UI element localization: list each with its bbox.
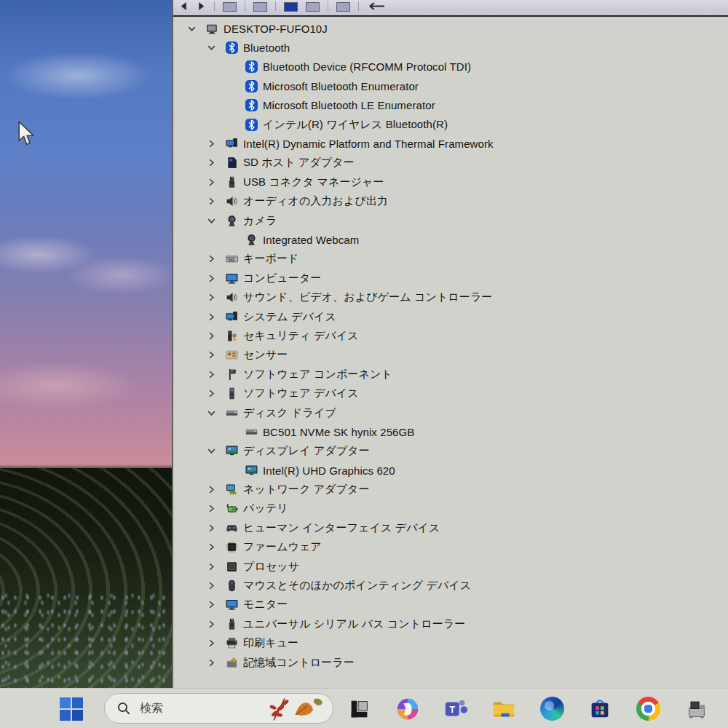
tree-item-label[interactable]: ヒューマン インターフェイス デバイス (243, 521, 440, 535)
tree-item[interactable]: センサー (173, 346, 728, 365)
chevron-collapsed-icon[interactable] (206, 176, 226, 188)
tree-item-label[interactable]: ディスプレイ アダプター (243, 444, 370, 458)
chevron-collapsed-icon[interactable] (206, 157, 226, 169)
tree-item-label[interactable]: ネットワーク アダプター (243, 483, 370, 496)
tree-item-label[interactable]: サウンド、ビデオ、およびゲーム コントローラー (243, 290, 492, 304)
tree-item[interactable]: ファームウェア (173, 538, 728, 557)
tree-item-label[interactable]: セキュリティ デバイス (243, 329, 359, 343)
tree-item-label[interactable]: DESKTOP-FUFO10J (223, 23, 328, 35)
tree-item[interactable]: 印刷キュー (173, 634, 728, 653)
tree-item[interactable]: ソフトウェア デバイス (173, 384, 728, 403)
start-button[interactable] (58, 696, 84, 722)
tree-item[interactable]: 記憶域コントローラー (173, 653, 728, 672)
tree-item[interactable]: Microsoft Bluetooth Enumerator (173, 76, 728, 95)
chrome-icon[interactable] (635, 696, 661, 722)
chevron-collapsed-icon[interactable] (206, 292, 226, 304)
tree-item-label[interactable]: 印刷キュー (243, 636, 298, 650)
chevron-collapsed-icon[interactable] (206, 638, 226, 649)
chevron-collapsed-icon[interactable] (206, 330, 226, 341)
chevron-collapsed-icon[interactable] (206, 599, 226, 611)
tree-item-label[interactable]: Bluetooth (243, 41, 290, 54)
tree-item[interactable]: Microsoft Bluetooth LE Enumerator (173, 96, 728, 115)
tree-item[interactable]: カメラ (173, 211, 728, 230)
tree-item[interactable]: システム デバイス (173, 307, 728, 326)
chevron-collapsed-icon[interactable] (206, 349, 226, 361)
export-list-icon[interactable] (253, 1, 267, 11)
chevron-collapsed-icon[interactable] (206, 272, 226, 284)
tree-item-label[interactable]: バッテリ (243, 502, 288, 515)
properties-icon[interactable] (284, 1, 298, 11)
back-icon[interactable] (179, 1, 189, 11)
search-box[interactable]: 検索 (104, 693, 333, 724)
tree-item[interactable]: モニター (173, 596, 728, 614)
tree-item[interactable]: BC501 NVMe SK hynix 256GB (173, 422, 728, 441)
chevron-collapsed-icon[interactable] (206, 196, 226, 207)
tree-item-label[interactable]: Integrated Webcam (263, 234, 359, 246)
file-explorer-icon[interactable] (491, 696, 517, 722)
tree-item-label[interactable]: SD ホスト アダプター (243, 156, 355, 170)
tree-item-label[interactable]: ソフトウェア デバイス (243, 387, 359, 400)
teams-icon[interactable]: T (443, 696, 469, 722)
tree-item[interactable]: Intel(R) UHD Graphics 620 (173, 461, 728, 480)
tree-item[interactable]: ヒューマン インターフェイス デバイス (173, 518, 728, 537)
tree-item[interactable]: マウスとそのほかのポインティング デバイス (173, 576, 728, 595)
pointer-tool-icon[interactable] (367, 1, 386, 11)
tree-item[interactable]: USB コネクタ マネージャー (173, 173, 728, 191)
tree-item[interactable]: ネットワーク アダプター (173, 480, 728, 499)
tree-item[interactable]: インテル(R) ワイヤレス Bluetooth(R) (173, 115, 728, 134)
chevron-collapsed-icon[interactable] (206, 484, 226, 496)
tree-item[interactable]: Integrated Webcam (173, 230, 728, 249)
tree-item-label[interactable]: BC501 NVMe SK hynix 256GB (263, 426, 414, 438)
show-console-tree-icon[interactable] (223, 1, 237, 11)
tree-item-label[interactable]: カメラ (243, 214, 277, 228)
chevron-collapsed-icon[interactable] (206, 618, 226, 630)
tree-item-label[interactable]: プロセッサ (243, 560, 299, 574)
tree-item-label[interactable]: システム デバイス (243, 310, 336, 324)
tree-item[interactable]: バッテリ (173, 499, 728, 518)
tree-item-label[interactable]: マウスとそのほかのポインティング デバイス (243, 579, 471, 593)
tree-item-label[interactable]: コンピューター (243, 272, 321, 285)
microsoft-store-icon[interactable] (587, 696, 613, 722)
chevron-collapsed-icon[interactable] (206, 522, 226, 534)
tree-item[interactable]: ソフトウェア コンポーネント (173, 365, 728, 384)
chevron-expanded-icon[interactable] (206, 407, 226, 419)
tree-item-label[interactable]: Bluetooth Device (RFCOMM Protocol TDI) (263, 60, 471, 73)
tree-item-label[interactable]: Microsoft Bluetooth Enumerator (263, 80, 419, 92)
tree-item[interactable]: キーボード (173, 250, 728, 269)
forward-icon[interactable] (197, 1, 206, 11)
tree-item[interactable]: SD ホスト アダプター (173, 154, 728, 173)
tree-item-label[interactable]: Intel(R) UHD Graphics 620 (263, 464, 395, 477)
chevron-collapsed-icon[interactable] (206, 580, 226, 592)
tree-item[interactable]: サウンド、ビデオ、およびゲーム コントローラー (173, 288, 728, 306)
help-icon[interactable] (306, 1, 320, 11)
chevron-collapsed-icon[interactable] (206, 138, 226, 150)
tree-item-label[interactable]: Intel(R) Dynamic Platform and Thermal Fr… (243, 138, 494, 150)
edge-icon[interactable] (539, 696, 565, 722)
tree-item[interactable]: Bluetooth (173, 38, 728, 57)
tree-item[interactable]: オーディオの入力および出力 (173, 192, 728, 211)
tree-item-label[interactable]: Microsoft Bluetooth LE Enumerator (263, 99, 435, 111)
chevron-collapsed-icon[interactable] (206, 657, 226, 668)
copilot-icon[interactable] (395, 696, 421, 722)
tree-item-label[interactable]: ユニバーサル シリアル バス コントローラー (243, 617, 465, 631)
chevron-collapsed-icon[interactable] (206, 368, 226, 380)
chevron-collapsed-icon[interactable] (206, 388, 226, 400)
tree-item-label[interactable]: センサー (243, 348, 288, 362)
tree-item[interactable]: Bluetooth Device (RFCOMM Protocol TDI) (173, 58, 728, 76)
chevron-collapsed-icon[interactable] (206, 542, 226, 553)
tree-item-label[interactable]: ファームウェア (243, 540, 322, 554)
tree-item[interactable]: Intel(R) Dynamic Platform and Thermal Fr… (173, 134, 728, 153)
tree-item[interactable]: セキュリティ デバイス (173, 326, 728, 345)
tree-item[interactable]: コンピューター (173, 269, 728, 288)
chevron-expanded-icon[interactable] (206, 215, 226, 226)
chevron-collapsed-icon[interactable] (206, 561, 226, 572)
tree-item[interactable]: プロセッサ (173, 557, 728, 576)
tree-item-label[interactable]: キーボード (243, 252, 299, 266)
chevron-expanded-icon[interactable] (206, 446, 226, 457)
tree-item[interactable]: ディスク ドライブ (173, 403, 728, 422)
scan-for-hardware-changes-icon[interactable] (336, 1, 350, 11)
tree-item-label[interactable]: USB コネクタ マネージャー (243, 175, 384, 189)
chevron-expanded-icon[interactable] (206, 42, 226, 54)
chevron-expanded-icon[interactable] (186, 23, 206, 34)
tree-item-label[interactable]: ディスク ドライブ (243, 406, 336, 420)
